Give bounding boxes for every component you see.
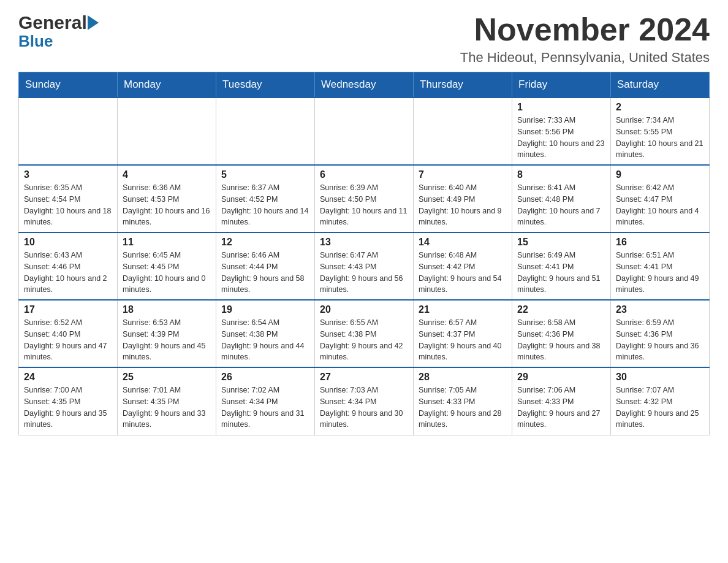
calendar-cell: 28Sunrise: 7:05 AMSunset: 4:33 PMDayligh… <box>414 367 512 435</box>
day-info: Sunrise: 6:46 AMSunset: 4:44 PMDaylight:… <box>221 250 309 296</box>
day-info: Sunrise: 6:54 AMSunset: 4:38 PMDaylight:… <box>221 317 309 363</box>
calendar-cell: 17Sunrise: 6:52 AMSunset: 4:40 PMDayligh… <box>19 300 118 367</box>
day-info: Sunrise: 7:07 AMSunset: 4:32 PMDaylight:… <box>616 385 704 431</box>
weekday-header: Sunday <box>19 72 118 98</box>
logo-general-text: General <box>18 12 87 33</box>
calendar-cell <box>315 98 414 165</box>
day-info: Sunrise: 7:06 AMSunset: 4:33 PMDaylight:… <box>517 385 605 431</box>
calendar-cell: 7Sunrise: 6:40 AMSunset: 4:49 PMDaylight… <box>414 165 512 232</box>
calendar-cell: 4Sunrise: 6:36 AMSunset: 4:53 PMDaylight… <box>118 165 216 232</box>
calendar-cell: 2Sunrise: 7:34 AMSunset: 5:55 PMDaylight… <box>611 98 710 165</box>
calendar-cell: 14Sunrise: 6:48 AMSunset: 4:42 PMDayligh… <box>414 232 512 300</box>
day-number: 26 <box>221 372 309 383</box>
day-number: 7 <box>419 169 507 180</box>
day-info: Sunrise: 6:39 AMSunset: 4:50 PMDaylight:… <box>320 182 408 228</box>
weekday-header: Wednesday <box>315 72 414 98</box>
weekday-header: Friday <box>512 72 611 98</box>
calendar-week-row: 24Sunrise: 7:00 AMSunset: 4:35 PMDayligh… <box>19 367 710 435</box>
day-info: Sunrise: 6:57 AMSunset: 4:37 PMDaylight:… <box>419 317 507 363</box>
day-info: Sunrise: 7:02 AMSunset: 4:34 PMDaylight:… <box>221 385 309 431</box>
calendar-cell: 20Sunrise: 6:55 AMSunset: 4:38 PMDayligh… <box>315 300 414 367</box>
day-number: 27 <box>320 372 408 383</box>
calendar-table: SundayMondayTuesdayWednesdayThursdayFrid… <box>18 72 710 435</box>
day-number: 9 <box>616 169 704 180</box>
calendar-week-row: 3Sunrise: 6:35 AMSunset: 4:54 PMDaylight… <box>19 165 710 232</box>
day-number: 21 <box>419 304 507 315</box>
day-number: 4 <box>123 169 211 180</box>
day-info: Sunrise: 7:01 AMSunset: 4:35 PMDaylight:… <box>123 385 211 431</box>
calendar-cell <box>216 98 315 165</box>
day-number: 14 <box>419 237 507 248</box>
logo-area: General Blue <box>18 12 99 51</box>
calendar-cell: 5Sunrise: 6:37 AMSunset: 4:52 PMDaylight… <box>216 165 315 232</box>
logo-blue-text: Blue <box>18 32 53 51</box>
day-info: Sunrise: 7:05 AMSunset: 4:33 PMDaylight:… <box>419 385 507 431</box>
day-info: Sunrise: 6:37 AMSunset: 4:52 PMDaylight:… <box>221 182 309 228</box>
day-info: Sunrise: 6:52 AMSunset: 4:40 PMDaylight:… <box>24 317 112 363</box>
day-info: Sunrise: 6:35 AMSunset: 4:54 PMDaylight:… <box>24 182 112 228</box>
calendar-cell <box>414 98 512 165</box>
calendar-cell: 16Sunrise: 6:51 AMSunset: 4:41 PMDayligh… <box>611 232 710 300</box>
calendar-cell: 8Sunrise: 6:41 AMSunset: 4:48 PMDaylight… <box>512 165 611 232</box>
day-info: Sunrise: 7:34 AMSunset: 5:55 PMDaylight:… <box>616 115 704 161</box>
calendar-cell: 21Sunrise: 6:57 AMSunset: 4:37 PMDayligh… <box>414 300 512 367</box>
day-info: Sunrise: 6:49 AMSunset: 4:41 PMDaylight:… <box>517 250 605 296</box>
day-number: 6 <box>320 169 408 180</box>
day-number: 3 <box>24 169 112 180</box>
calendar-cell <box>118 98 216 165</box>
calendar-week-row: 10Sunrise: 6:43 AMSunset: 4:46 PMDayligh… <box>19 232 710 300</box>
weekday-header: Saturday <box>611 72 710 98</box>
logo-triangle-icon <box>88 15 99 30</box>
header: General Blue November 2024 The Hideout, … <box>18 12 710 66</box>
day-number: 13 <box>320 237 408 248</box>
calendar-cell: 10Sunrise: 6:43 AMSunset: 4:46 PMDayligh… <box>19 232 118 300</box>
day-number: 23 <box>616 304 704 315</box>
day-number: 19 <box>221 304 309 315</box>
calendar-cell: 30Sunrise: 7:07 AMSunset: 4:32 PMDayligh… <box>611 367 710 435</box>
calendar-cell: 29Sunrise: 7:06 AMSunset: 4:33 PMDayligh… <box>512 367 611 435</box>
calendar-cell: 22Sunrise: 6:58 AMSunset: 4:36 PMDayligh… <box>512 300 611 367</box>
calendar-cell: 9Sunrise: 6:42 AMSunset: 4:47 PMDaylight… <box>611 165 710 232</box>
day-number: 12 <box>221 237 309 248</box>
calendar-cell: 1Sunrise: 7:33 AMSunset: 5:56 PMDaylight… <box>512 98 611 165</box>
calendar-cell: 12Sunrise: 6:46 AMSunset: 4:44 PMDayligh… <box>216 232 315 300</box>
weekday-header: Tuesday <box>216 72 315 98</box>
calendar-cell: 13Sunrise: 6:47 AMSunset: 4:43 PMDayligh… <box>315 232 414 300</box>
day-info: Sunrise: 7:03 AMSunset: 4:34 PMDaylight:… <box>320 385 408 431</box>
day-number: 18 <box>123 304 211 315</box>
day-info: Sunrise: 6:40 AMSunset: 4:49 PMDaylight:… <box>419 182 507 228</box>
day-info: Sunrise: 6:55 AMSunset: 4:38 PMDaylight:… <box>320 317 408 363</box>
calendar-cell: 26Sunrise: 7:02 AMSunset: 4:34 PMDayligh… <box>216 367 315 435</box>
day-number: 20 <box>320 304 408 315</box>
calendar-cell: 3Sunrise: 6:35 AMSunset: 4:54 PMDaylight… <box>19 165 118 232</box>
day-number: 30 <box>616 372 704 383</box>
day-info: Sunrise: 6:58 AMSunset: 4:36 PMDaylight:… <box>517 317 605 363</box>
weekday-header: Thursday <box>414 72 512 98</box>
day-number: 17 <box>24 304 112 315</box>
day-number: 16 <box>616 237 704 248</box>
day-info: Sunrise: 6:47 AMSunset: 4:43 PMDaylight:… <box>320 250 408 296</box>
page-title: November 2024 <box>460 12 710 47</box>
day-info: Sunrise: 6:59 AMSunset: 4:36 PMDaylight:… <box>616 317 704 363</box>
day-number: 29 <box>517 372 605 383</box>
calendar-cell: 24Sunrise: 7:00 AMSunset: 4:35 PMDayligh… <box>19 367 118 435</box>
calendar-week-row: 1Sunrise: 7:33 AMSunset: 5:56 PMDaylight… <box>19 98 710 165</box>
day-number: 25 <box>123 372 211 383</box>
day-number: 10 <box>24 237 112 248</box>
calendar-cell: 23Sunrise: 6:59 AMSunset: 4:36 PMDayligh… <box>611 300 710 367</box>
day-number: 15 <box>517 237 605 248</box>
day-info: Sunrise: 6:43 AMSunset: 4:46 PMDaylight:… <box>24 250 112 296</box>
title-area: November 2024 The Hideout, Pennsylvania,… <box>460 12 710 66</box>
day-info: Sunrise: 6:45 AMSunset: 4:45 PMDaylight:… <box>123 250 211 296</box>
page-subtitle: The Hideout, Pennsylvania, United States <box>460 50 710 66</box>
day-number: 28 <box>419 372 507 383</box>
calendar-cell <box>19 98 118 165</box>
calendar-cell: 19Sunrise: 6:54 AMSunset: 4:38 PMDayligh… <box>216 300 315 367</box>
calendar-cell: 18Sunrise: 6:53 AMSunset: 4:39 PMDayligh… <box>118 300 216 367</box>
calendar-cell: 25Sunrise: 7:01 AMSunset: 4:35 PMDayligh… <box>118 367 216 435</box>
day-info: Sunrise: 7:00 AMSunset: 4:35 PMDaylight:… <box>24 385 112 431</box>
logo: General <box>18 12 99 33</box>
calendar-week-row: 17Sunrise: 6:52 AMSunset: 4:40 PMDayligh… <box>19 300 710 367</box>
day-number: 11 <box>123 237 211 248</box>
day-info: Sunrise: 7:33 AMSunset: 5:56 PMDaylight:… <box>517 115 605 161</box>
